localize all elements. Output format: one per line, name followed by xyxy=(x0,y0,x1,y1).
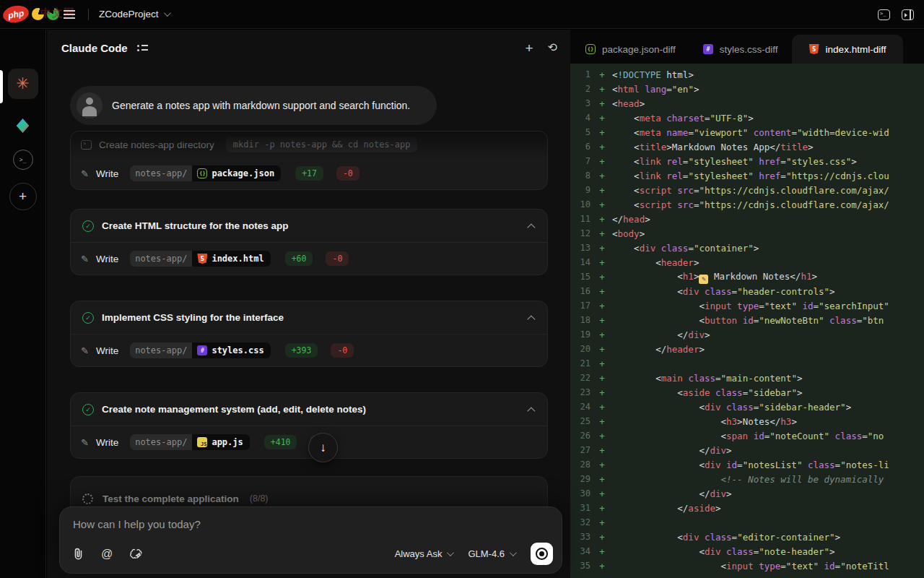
project-selector[interactable]: ZCodeProject xyxy=(99,9,169,20)
lines-removed-badge: -0 xyxy=(331,343,354,358)
line-number: 19 xyxy=(570,329,590,340)
left-rail: ✳ + xyxy=(0,30,46,578)
code-line: 22+ <main class="main-content"> xyxy=(570,371,924,385)
code-line: 4+ <meta charset="UTF-8"> xyxy=(570,111,924,125)
lines-removed-badge: -0 xyxy=(326,251,349,266)
diff-added-marker: + xyxy=(598,286,606,297)
code-text: <div class="container"> xyxy=(612,243,759,254)
task-card-header[interactable]: ✓Implement CSS styling for the interface xyxy=(71,301,547,334)
code-text: <div class="note-header"> xyxy=(612,546,835,557)
task-card-header[interactable]: ✓Create note management system (add, edi… xyxy=(71,393,547,426)
file-path: notes-app/ xyxy=(130,434,192,450)
task-list-icon[interactable] xyxy=(137,44,148,52)
code-text: <div class="sidebar-header"> xyxy=(612,402,851,413)
sidebar-item-gemini[interactable] xyxy=(14,116,32,135)
write-verb: Write xyxy=(96,168,118,179)
code-text: <meta charset="UTF-8"> xyxy=(612,113,754,124)
prompt-input[interactable] xyxy=(73,518,550,530)
line-number: 18 xyxy=(570,315,590,325)
diff-code-area[interactable]: 1+<!DOCTYPE html>2+<html lang="en">3+<he… xyxy=(570,64,924,578)
code-line: 7+ <link rel="stylesheet" href="styles.c… xyxy=(570,154,924,168)
chevron-down-icon xyxy=(164,9,171,17)
code-text: <!-- Notes will be dynamically xyxy=(612,474,884,485)
prompt-input-container: @ Always Ask GLM-4.6 xyxy=(59,506,562,574)
spinner-icon xyxy=(82,493,93,504)
terminal-toggle-icon[interactable] xyxy=(878,9,890,20)
pencil-icon: ✎ xyxy=(81,168,89,179)
mention-button[interactable]: @ xyxy=(101,548,113,561)
tab-styles.css-diff[interactable]: styles.css-diff xyxy=(689,35,792,64)
diff-added-marker: + xyxy=(598,315,606,326)
line-number: 35 xyxy=(570,561,590,571)
file-pill[interactable]: notes-app/app.js xyxy=(130,434,250,450)
tab-package.json-diff[interactable]: package.json-diff xyxy=(572,35,689,64)
file-pill[interactable]: notes-app/index.html xyxy=(130,251,271,267)
file-pill[interactable]: notes-app/styles.css xyxy=(130,342,271,358)
paperclip-icon xyxy=(73,548,84,560)
diff-added-marker: + xyxy=(598,358,606,369)
file-pill[interactable]: notes-app/package.json xyxy=(130,165,281,181)
code-text: <div class="header-controls"> xyxy=(612,286,835,297)
code-text: </header> xyxy=(612,344,705,355)
diff-added-marker: + xyxy=(598,127,606,138)
scroll-to-bottom-button[interactable]: ↓ xyxy=(308,433,338,462)
divider xyxy=(88,9,89,20)
history-button[interactable]: ⟲ xyxy=(548,42,557,53)
task-card-title: Implement CSS styling for the interface xyxy=(102,312,522,323)
line-number: 11 xyxy=(570,214,590,224)
line-number: 30 xyxy=(570,488,590,499)
diff-added-marker: + xyxy=(598,416,606,427)
line-number: 13 xyxy=(570,243,590,253)
line-number: 4 xyxy=(570,113,590,123)
diff-added-marker: + xyxy=(598,214,606,225)
permission-mode-selector[interactable]: Always Ask xyxy=(395,548,453,559)
code-text: <span id="noteCount" class="no xyxy=(612,431,884,441)
sidebar-item-claude[interactable]: ✳ xyxy=(8,69,38,99)
code-line: 24+ <div class="sidebar-header"> xyxy=(570,400,924,414)
task-card-header[interactable]: ✓Create HTML structure for the notes app xyxy=(71,210,547,242)
chevron-down-icon xyxy=(510,549,517,556)
editor-panel: package.json-diffstyles.css-diffindex.ht… xyxy=(570,30,924,578)
code-line: 29+ <!-- Notes will be dynamically xyxy=(570,472,924,486)
panel-toggle-icon[interactable] xyxy=(902,9,914,20)
file-name-text: app.js xyxy=(212,437,243,447)
chevron-up-icon xyxy=(527,223,535,231)
line-number: 23 xyxy=(570,387,590,397)
html-file-icon xyxy=(809,44,819,54)
diff-added-marker: + xyxy=(598,402,606,413)
diff-added-marker: + xyxy=(598,185,606,196)
task-card: ✓Create HTML structure for the notes app… xyxy=(70,209,548,275)
task-card-title: Create note management system (add, edit… xyxy=(102,404,522,415)
code-line: 33+ <div class="editor-container"> xyxy=(570,530,924,544)
tab-index.html-diff[interactable]: index.html-diff xyxy=(792,35,904,64)
write-row[interactable]: ✎Writenotes-app/styles.css+393-0 xyxy=(71,335,547,366)
css-file-icon xyxy=(197,345,207,355)
add-agent-button[interactable]: + xyxy=(9,183,37,210)
code-text: <body> xyxy=(612,228,645,239)
model-selector[interactable]: GLM-4.6 xyxy=(468,548,515,559)
code-line: 3+<head> xyxy=(570,96,924,111)
tab-label: styles.css-diff xyxy=(720,44,778,55)
diff-added-marker: + xyxy=(598,532,606,543)
write-row[interactable]: ✎Writenotes-app/package.json+17-0 xyxy=(71,158,547,189)
new-session-button[interactable]: + xyxy=(525,41,533,55)
write-verb: Write xyxy=(96,345,118,356)
stop-button[interactable] xyxy=(531,543,553,565)
code-line: 9+ <script src="https://cdnjs.cloudflare… xyxy=(570,183,924,197)
line-number: 12 xyxy=(570,228,590,238)
claude-starburst-icon: ✳ xyxy=(16,76,29,92)
write-row[interactable]: ✎Writenotes-app/index.html+60-0 xyxy=(71,243,547,275)
top-bar: 中文网 php ZCodeProject xyxy=(0,0,924,29)
line-number: 10 xyxy=(570,199,590,210)
file-path: notes-app/ xyxy=(130,342,192,358)
record-stop-icon xyxy=(536,548,548,560)
command-row[interactable]: Create notes-app directorymkdir -p notes… xyxy=(71,131,547,158)
attach-button[interactable] xyxy=(73,548,84,560)
sidebar-item-terminal[interactable] xyxy=(13,150,33,170)
thinking-mode-button[interactable] xyxy=(130,548,142,559)
code-line: 26+ <span id="noteCount" class="no xyxy=(570,428,924,443)
code-text: </aside> xyxy=(612,503,721,514)
code-line: 18+ <button id="newNoteBtn" class="btn xyxy=(570,313,924,327)
hamburger-menu-icon[interactable] xyxy=(64,10,75,19)
line-number: 7 xyxy=(570,156,590,166)
